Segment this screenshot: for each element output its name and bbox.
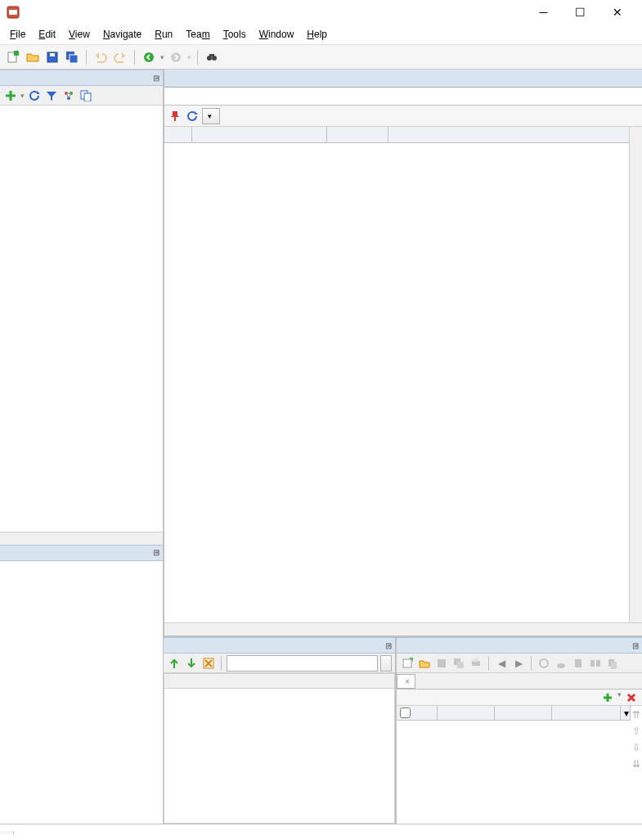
close-button[interactable]: ✕ [599, 1, 635, 25]
remove-object-icon[interactable] [624, 690, 639, 705]
grid-vscroll[interactable] [629, 127, 642, 622]
copy-cart-icon[interactable] [605, 656, 620, 671]
svg-rect-17 [84, 93, 91, 101]
sql-history-header[interactable]: × ⊟ [164, 637, 395, 654]
minimize-button[interactable]: ─ [525, 1, 562, 25]
col-header-value[interactable] [327, 127, 388, 142]
cart-tab[interactable]: × [397, 674, 415, 689]
cart-header[interactable]: × ⊟ [397, 637, 642, 654]
grid-hscroll[interactable] [164, 622, 642, 636]
move-top-icon[interactable]: ⇈ [632, 709, 640, 721]
svg-rect-3 [14, 51, 19, 56]
menu-help[interactable]: Help [300, 27, 334, 42]
svg-rect-5 [50, 53, 55, 56]
append-icon[interactable] [167, 656, 182, 671]
col-header-name[interactable] [192, 127, 327, 142]
forward-icon[interactable] [168, 49, 184, 65]
main-toolbar: ▾ ▾ [0, 45, 642, 70]
svg-rect-1 [9, 10, 17, 15]
reports-tree[interactable] [0, 561, 163, 824]
svg-rect-7 [70, 55, 78, 63]
save-all-carts-icon[interactable] [451, 656, 466, 671]
status-tab[interactable] [0, 831, 14, 834]
pin-icon[interactable]: ⊟ [385, 641, 392, 650]
menu-file[interactable]: File [3, 27, 32, 42]
maximize-button[interactable]: ☐ [562, 1, 599, 25]
include-all-checkbox[interactable] [400, 707, 411, 718]
editor-tabstrip [164, 70, 642, 88]
move-bottom-icon[interactable]: ⇊ [632, 758, 640, 770]
connections-tree[interactable] [0, 106, 163, 532]
filter-icon[interactable] [44, 88, 59, 103]
cart-section-header: ▾ [397, 690, 642, 706]
sql-history-col-header[interactable] [164, 674, 394, 689]
svg-rect-18 [174, 117, 176, 121]
filter-button[interactable] [380, 655, 392, 672]
close-icon[interactable]: × [405, 677, 410, 686]
export-icon[interactable] [571, 656, 586, 671]
refresh-cart-icon[interactable] [536, 656, 551, 671]
cart-reorder-arrows: ⇈ ⇧ ⇩ ⇊ [631, 706, 642, 824]
cart-toolbar: ◀ ▶ [397, 654, 642, 673]
titlebar: ─ ☐ ✕ [0, 0, 642, 25]
pin-icon[interactable]: ⊟ [153, 74, 159, 83]
refresh-icon[interactable] [27, 88, 42, 103]
svg-rect-21 [438, 659, 446, 667]
menu-window[interactable]: Window [253, 27, 301, 42]
menu-tools[interactable]: Tools [217, 27, 253, 42]
editor-subtabs [164, 88, 642, 106]
move-up-icon[interactable]: ⇧ [632, 725, 640, 737]
binoculars-icon[interactable] [204, 49, 220, 65]
print-icon[interactable] [469, 656, 483, 671]
add-object-icon[interactable] [600, 690, 615, 705]
menu-edit[interactable]: Edit [32, 27, 62, 42]
sql-history-toolbar [164, 654, 395, 673]
new-cart-icon[interactable] [400, 656, 415, 671]
menu-team[interactable]: Team [179, 27, 216, 42]
svg-rect-25 [474, 658, 478, 662]
tns-icon[interactable] [61, 88, 76, 103]
open-icon[interactable] [25, 49, 41, 65]
refresh-icon[interactable] [185, 109, 200, 124]
reports-panel-header[interactable]: × ⊟ [0, 545, 163, 561]
new-icon[interactable] [5, 49, 21, 65]
actions-button[interactable]: ▾ [202, 108, 220, 124]
move-down-icon[interactable]: ⇩ [632, 742, 640, 753]
copy-icon[interactable] [79, 88, 93, 103]
save-all-icon[interactable] [64, 49, 80, 65]
save-icon[interactable] [44, 49, 61, 65]
pin-icon[interactable]: ⊟ [153, 548, 159, 557]
grid-header [164, 127, 629, 143]
sql-history-filter-input[interactable] [227, 655, 378, 672]
svg-point-26 [540, 659, 548, 667]
deploy-icon[interactable] [554, 656, 568, 671]
diff-icon[interactable] [588, 656, 603, 671]
pin-icon[interactable] [168, 109, 182, 124]
replace-icon[interactable] [184, 656, 199, 671]
back-icon[interactable] [141, 49, 157, 65]
next-icon[interactable]: ▶ [511, 656, 526, 671]
undo-icon[interactable] [92, 49, 109, 65]
prev-icon[interactable]: ◀ [494, 656, 509, 671]
menu-navigate[interactable]: Navigate [97, 27, 148, 42]
connections-panel-header[interactable]: × ⊟ [0, 70, 163, 86]
svg-point-27 [557, 663, 565, 668]
svg-rect-28 [575, 659, 581, 667]
connections-hscroll[interactable] [0, 532, 163, 545]
detail-toolbar: ▾ [164, 106, 642, 127]
pin-icon[interactable]: ⊟ [632, 641, 639, 650]
svg-rect-23 [457, 662, 464, 668]
open-cart-icon[interactable] [417, 656, 432, 671]
svg-rect-20 [403, 659, 411, 667]
new-connection-icon[interactable] [3, 88, 18, 103]
save-cart-icon[interactable] [434, 656, 449, 671]
svg-rect-12 [209, 54, 214, 56]
connections-toolbar: ▾ [0, 86, 163, 106]
app-icon [7, 6, 20, 19]
redo-icon[interactable] [112, 49, 128, 65]
menu-view[interactable]: View [62, 27, 97, 42]
statusbar [0, 824, 642, 840]
detail-grid[interactable] [164, 127, 629, 622]
menu-run[interactable]: Run [148, 27, 179, 42]
clear-icon[interactable] [201, 656, 216, 671]
